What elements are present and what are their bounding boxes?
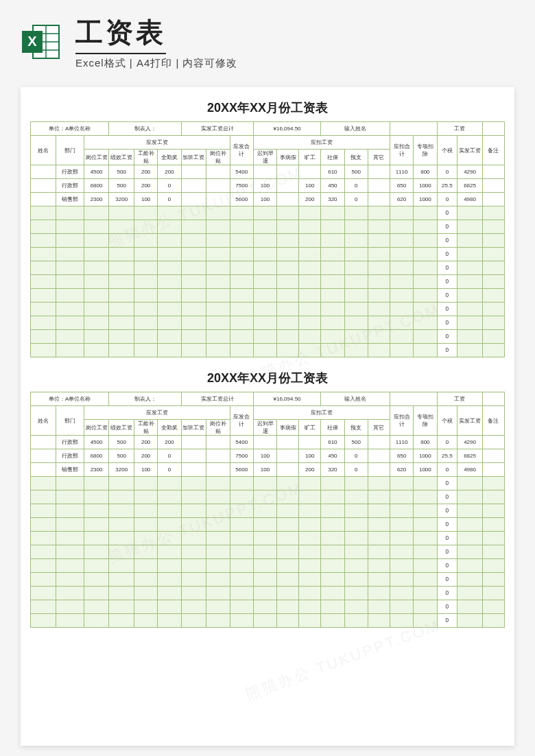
cell-empty[interactable] [158,261,181,275]
cell-empty[interactable] [321,532,344,545]
cell-pay[interactable]: 3200 [109,193,134,206]
cell-empty[interactable] [84,303,109,316]
cell-empty[interactable] [390,504,413,518]
cell-empty[interactable] [230,587,253,600]
cell-empty[interactable] [253,220,276,234]
cell-empty[interactable] [134,573,157,587]
cell-empty[interactable] [206,206,230,220]
cell-pay[interactable]: 500 [109,436,134,449]
cell-empty[interactable] [230,545,253,559]
cell-empty[interactable] [344,477,368,491]
cell-empty[interactable] [230,261,253,275]
cell-empty[interactable] [31,303,56,316]
cell-empty[interactable] [158,545,181,559]
cell-pay[interactable]: 100 [134,463,157,477]
cell-empty[interactable] [368,504,390,518]
cell-empty[interactable] [84,532,109,545]
cell-empty[interactable] [31,330,56,344]
cell-empty[interactable] [414,330,437,344]
cell-ded[interactable] [253,165,276,179]
cell-ded[interactable]: 100 [299,449,321,463]
cell-pay[interactable]: 3200 [109,463,134,477]
cell-empty[interactable] [414,587,437,600]
cell-empty[interactable] [134,587,157,600]
cell-empty[interactable] [344,234,368,248]
cell-ded[interactable]: 500 [344,436,368,449]
cell-empty[interactable] [206,261,230,275]
cell-empty[interactable] [109,545,134,559]
cell-empty[interactable] [84,600,109,614]
cell-pay[interactable] [206,165,230,179]
cell-empty[interactable] [321,491,344,504]
cell-pay[interactable]: 0 [158,463,181,477]
cell-pay[interactable]: 100 [134,193,157,206]
cell-pay[interactable]: 0 [158,449,181,463]
cell-empty[interactable] [414,220,437,234]
cell-name[interactable] [31,165,56,179]
cell-empty[interactable] [368,344,390,357]
cell-empty[interactable] [390,532,413,545]
cell-empty[interactable] [109,559,134,573]
cell-empty[interactable] [230,573,253,587]
cell-empty[interactable] [321,545,344,559]
cell-ded[interactable]: 100 [253,193,276,206]
cell-empty[interactable] [344,587,368,600]
name-input-cell[interactable] [390,392,437,406]
cell-empty[interactable] [56,220,84,234]
cell-empty[interactable] [253,303,276,316]
cell-empty[interactable] [344,344,368,357]
cell-empty[interactable] [344,504,368,518]
cell-ded[interactable] [277,165,299,179]
cell-empty[interactable] [206,545,230,559]
cell-pay[interactable] [181,463,206,477]
cell-empty[interactable] [84,234,109,248]
cell-ded[interactable]: 0 [344,179,368,193]
cell-empty[interactable] [31,261,56,275]
cell-pay[interactable] [206,436,230,449]
cell-empty[interactable] [134,303,157,316]
cell-empty[interactable] [84,491,109,504]
cell-empty[interactable] [134,545,157,559]
cell-empty[interactable] [457,600,483,614]
cell-empty[interactable] [277,600,299,614]
cell-empty[interactable] [134,234,157,248]
cell-empty[interactable] [299,504,321,518]
cell-empty[interactable] [230,220,253,234]
cell-empty[interactable] [321,344,344,357]
cell-empty[interactable] [299,330,321,344]
cell-dept[interactable]: 行政部 [56,449,84,463]
cell-empty[interactable] [344,206,368,220]
cell-empty[interactable] [277,248,299,261]
cell-empty[interactable] [84,248,109,261]
cell-empty[interactable] [368,491,390,504]
cell-ded[interactable]: 100 [253,463,276,477]
cell-empty[interactable] [181,248,206,261]
cell-pay[interactable]: 200 [134,436,157,449]
cell-ded[interactable]: 100 [253,449,276,463]
cell-special[interactable]: 1000 [414,463,437,477]
cell-empty[interactable] [109,518,134,532]
cell-empty[interactable] [181,587,206,600]
cell-empty[interactable] [482,303,504,316]
cell-empty[interactable] [84,477,109,491]
cell-empty[interactable] [414,206,437,220]
cell-empty[interactable] [230,518,253,532]
cell-ded[interactable]: 100 [253,179,276,193]
cell-empty[interactable] [457,330,483,344]
cell-empty[interactable] [56,275,84,289]
cell-empty[interactable] [230,234,253,248]
cell-empty[interactable] [457,518,483,532]
cell-empty[interactable] [277,316,299,330]
cell-ded[interactable] [277,449,299,463]
cell-empty[interactable] [31,504,56,518]
cell-remark[interactable] [482,179,504,193]
cell-pay[interactable] [181,165,206,179]
cell-empty[interactable] [299,289,321,303]
cell-empty[interactable] [84,330,109,344]
cell-ded[interactable] [277,179,299,193]
cell-empty[interactable] [390,289,413,303]
cell-special[interactable]: 800 [414,436,437,449]
cell-empty[interactable] [457,206,483,220]
cell-empty[interactable] [158,206,181,220]
cell-empty[interactable] [56,206,84,220]
